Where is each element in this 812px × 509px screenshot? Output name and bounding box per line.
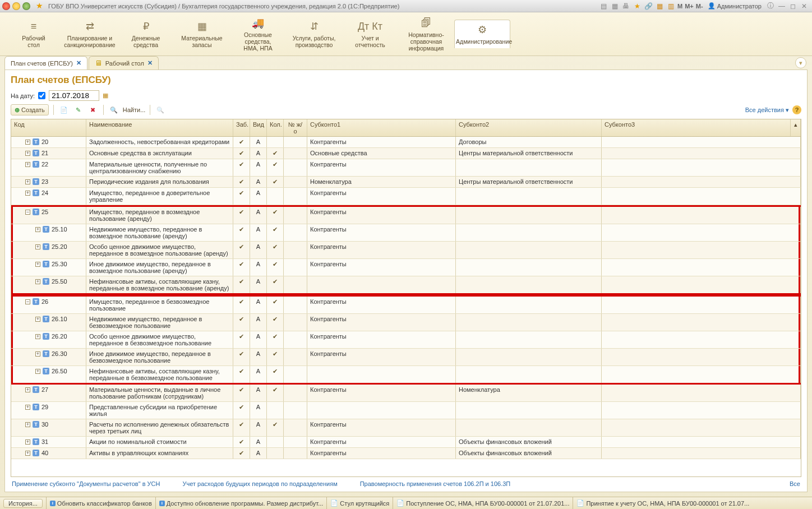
help-icon[interactable]: ?: [792, 105, 801, 114]
col-code[interactable]: Код: [11, 119, 86, 136]
table-row[interactable]: −T25Имущество, переданное в возмездное п…: [11, 205, 801, 224]
copy-button[interactable]: 📄: [58, 104, 70, 115]
min-icon[interactable]: —: [777, 2, 786, 11]
clear-filter-icon[interactable]: 🔍: [155, 104, 166, 115]
window-minimize-icon[interactable]: [12, 2, 20, 10]
table-row[interactable]: +T26.50Нефинансовые активы, составляющие…: [11, 366, 801, 385]
expand-icon[interactable]: +: [25, 422, 30, 427]
table-row[interactable]: +T20Задолженность, невостребованная кред…: [11, 137, 801, 148]
expand-icon[interactable]: +: [35, 279, 40, 284]
favorite-icon[interactable]: ★: [36, 2, 45, 11]
table-row[interactable]: +T26.30Иное движимое имущество, переданн…: [11, 349, 801, 366]
table-row[interactable]: +T27Материальные ценности, выданные в ли…: [11, 385, 801, 402]
col-s2[interactable]: Субконто2: [456, 119, 602, 136]
col-s3[interactable]: Субконто3: [602, 119, 791, 136]
close-icon[interactable]: ✕: [800, 2, 809, 11]
table-row[interactable]: +T21Основные средства в эксплуатации✔А✔О…: [11, 148, 801, 159]
table-row[interactable]: +T40Активы в управляющих компаниях✔АКонт…: [11, 448, 801, 459]
toolbar-icon-3[interactable]: 🖶: [621, 2, 630, 11]
expand-icon[interactable]: +: [35, 334, 40, 339]
section-item[interactable]: ⇵Услуги, работы,производство: [286, 17, 342, 52]
window-close-icon[interactable]: [2, 2, 10, 10]
expand-icon[interactable]: +: [35, 317, 40, 322]
mplus-button[interactable]: M+: [685, 3, 694, 10]
toolbar-icon-5[interactable]: 🔗: [644, 2, 653, 11]
history-button[interactable]: История...: [3, 499, 43, 508]
table-row[interactable]: +T26.20Особо ценное движимое имущество, …: [11, 331, 801, 349]
col-njo[interactable]: № ж/о: [284, 119, 307, 136]
expand-icon[interactable]: +: [25, 151, 30, 156]
section-item[interactable]: 🗐Нормативно-справочнаяинформация: [398, 13, 454, 55]
tab[interactable]: План счетов (ЕПСБУ)✕: [4, 56, 87, 70]
tab[interactable]: 🖥Рабочий стол✕: [89, 56, 159, 70]
expand-icon[interactable]: +: [35, 244, 40, 249]
expand-icon[interactable]: +: [35, 227, 40, 232]
date-field[interactable]: [49, 90, 99, 101]
expand-icon[interactable]: +: [25, 191, 30, 196]
expand-icon[interactable]: +: [25, 387, 30, 392]
expand-icon[interactable]: −: [25, 210, 30, 215]
toolbar-icon-2[interactable]: ▦: [610, 2, 619, 11]
all-actions-button[interactable]: Все действия ▾: [745, 107, 789, 114]
toolbar-icon-1[interactable]: ▤: [599, 2, 608, 11]
edit-button[interactable]: ✎: [73, 104, 84, 115]
section-item[interactable]: ₽Денежныесредства: [118, 17, 174, 52]
section-item[interactable]: Дт КтУчет иотчетность: [342, 17, 398, 52]
statusbar-item[interactable]: 📄Стул крутящийся: [326, 497, 393, 509]
find-label[interactable]: Найти...: [123, 107, 146, 113]
date-checkbox[interactable]: [38, 92, 45, 99]
expand-icon[interactable]: +: [35, 262, 40, 267]
table-row[interactable]: −T26Имущество, переданное в безвозмездно…: [11, 295, 801, 314]
statusbar-item[interactable]: 📄Принятие к учету ОС, НМА, НПА БУ00-0000…: [573, 497, 753, 509]
delete-button[interactable]: ✖: [87, 104, 99, 115]
statusbar-item[interactable]: iДоступно обновление программы. Размер д…: [155, 497, 327, 509]
expand-icon[interactable]: +: [25, 140, 30, 145]
table-row[interactable]: +T25.20Особо ценное движимое имущество, …: [11, 242, 801, 259]
footer-link-1[interactable]: Применение субконто "Документы расчетов"…: [12, 480, 160, 487]
section-item[interactable]: 🚚Основные средства,НМА, НПА: [230, 13, 286, 55]
section-item[interactable]: ⇄Планирование исанкционирование: [62, 17, 118, 52]
section-item[interactable]: ≡Рабочийстол: [6, 17, 62, 52]
mminus-button[interactable]: M-: [696, 3, 703, 10]
expand-icon[interactable]: +: [35, 369, 40, 374]
tab-close-icon[interactable]: ✕: [147, 59, 153, 67]
table-row[interactable]: +T22Материальные ценности, полученные по…: [11, 159, 801, 177]
table-row[interactable]: +T25.10Недвижимое имущество, переданное …: [11, 224, 801, 242]
table-row[interactable]: +T31Акции по номинальной стоимости✔АКонт…: [11, 437, 801, 448]
calendar-icon[interactable]: ▦: [103, 92, 108, 99]
search-icon[interactable]: 🔍: [108, 104, 119, 115]
grid-body[interactable]: +T20Задолженность, невостребованная кред…: [11, 137, 801, 476]
table-row[interactable]: +T29Представленные субсидии на приобрете…: [11, 402, 801, 419]
expand-icon[interactable]: +: [25, 162, 30, 167]
expand-icon[interactable]: +: [25, 451, 30, 456]
expand-icon[interactable]: −: [25, 299, 30, 304]
tab-close-icon[interactable]: ✕: [76, 59, 81, 67]
table-row[interactable]: +T25.50Нефинансовые активы, составляющие…: [11, 276, 801, 295]
user-label[interactable]: 👤Администратор: [708, 2, 762, 10]
col-name[interactable]: Наименование: [86, 119, 233, 136]
toolbar-star-icon[interactable]: ★: [633, 2, 642, 11]
expand-icon[interactable]: +: [25, 439, 30, 445]
m-button[interactable]: M: [677, 3, 682, 10]
statusbar-item[interactable]: iОбновить классификатор банков: [46, 497, 155, 509]
table-row[interactable]: +T30Расчеты по исполнению денежных обяза…: [11, 419, 801, 437]
max-icon[interactable]: ◻: [788, 2, 797, 11]
table-row[interactable]: +T26.10Недвижимое имущество, переданное …: [11, 314, 801, 331]
expand-icon[interactable]: +: [25, 179, 30, 184]
info-icon[interactable]: ⓘ: [766, 2, 775, 11]
statusbar-item[interactable]: 📄Поступление ОС, НМА, НПА БУ00-000001 от…: [393, 497, 573, 509]
footer-link-3[interactable]: Правомерность применения счетов 106.2П и…: [360, 480, 511, 487]
scroll-up-icon[interactable]: ▴: [791, 119, 801, 136]
table-row[interactable]: +T25.30Иное движимое имущество, переданн…: [11, 259, 801, 276]
table-row[interactable]: +T23Периодические издания для пользовани…: [11, 177, 801, 188]
expand-icon[interactable]: +: [25, 405, 30, 410]
tabs-chevron-icon[interactable]: ▾: [795, 57, 806, 68]
window-maximize-icon[interactable]: [22, 2, 30, 10]
table-row[interactable]: +T24Имущество, переданное в доверительно…: [11, 188, 801, 205]
toolbar-calc-icon[interactable]: ▦: [655, 2, 664, 11]
col-zab[interactable]: Заб.: [233, 119, 250, 136]
create-button[interactable]: ⊕Создать: [11, 104, 49, 115]
toolbar-calendar-icon[interactable]: ▥: [666, 2, 675, 11]
col-kol[interactable]: Кол.: [267, 119, 284, 136]
section-item[interactable]: ▦Материальныезапасы: [174, 17, 230, 52]
